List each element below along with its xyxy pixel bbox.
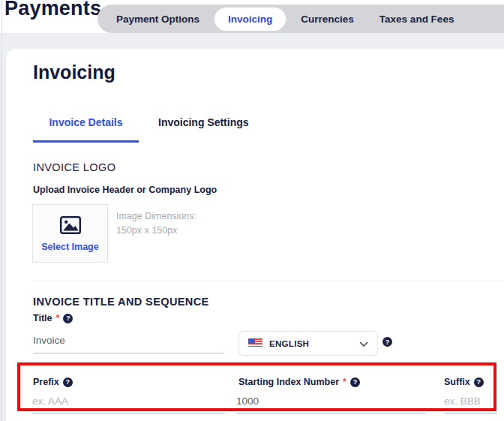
required-asterisk: * bbox=[343, 377, 346, 387]
header-tab-invoicing[interactable]: Invoicing bbox=[214, 8, 286, 31]
page-left-border bbox=[2, 0, 2, 421]
header-tab-currencies[interactable]: Currencies bbox=[288, 14, 367, 25]
starting-index-label-row: Starting Index Number * bbox=[238, 377, 360, 387]
help-icon[interactable] bbox=[350, 377, 360, 387]
title-field-label-row: Title * bbox=[33, 313, 73, 323]
prefix-input[interactable] bbox=[32, 394, 225, 413]
suffix-field-label: Suffix bbox=[444, 377, 470, 387]
language-select-value: ENGLISH bbox=[269, 339, 352, 348]
select-image-button[interactable]: Select Image bbox=[32, 204, 108, 263]
invoice-tabs: Invoice Details Invoicing Settings bbox=[33, 116, 249, 143]
section-title: Invoicing bbox=[33, 60, 116, 84]
image-dimensions-label: Image Dimensions: bbox=[116, 209, 196, 224]
language-select[interactable]: ENGLISH bbox=[238, 331, 378, 356]
tab-invoice-details[interactable]: Invoice Details bbox=[33, 116, 139, 143]
starting-index-label: Starting Index Number bbox=[238, 377, 339, 387]
section-divider bbox=[32, 281, 504, 281]
title-input[interactable] bbox=[33, 332, 224, 353]
us-flag-icon bbox=[248, 338, 262, 348]
image-icon bbox=[59, 215, 82, 238]
title-field-label: Title bbox=[33, 313, 52, 323]
page-title: Payments bbox=[4, 0, 101, 20]
title-sequence-heading: INVOICE TITLE AND SEQUENCE bbox=[33, 296, 209, 308]
select-image-label: Select Image bbox=[41, 242, 98, 252]
suffix-input[interactable] bbox=[444, 394, 497, 413]
suffix-field-label-row: Suffix bbox=[444, 377, 484, 387]
invoicing-card: Invoicing Invoice Details Invoicing Sett… bbox=[6, 49, 504, 421]
required-asterisk: * bbox=[56, 313, 59, 323]
prefix-field-label: Prefix bbox=[33, 377, 59, 387]
help-icon[interactable] bbox=[63, 377, 73, 387]
help-icon[interactable] bbox=[474, 377, 484, 387]
help-icon[interactable] bbox=[63, 314, 73, 323]
invoice-logo-heading: INVOICE LOGO bbox=[33, 161, 116, 173]
image-dimensions-text: Image Dimensions: 150px x 150px bbox=[116, 209, 196, 238]
image-dimensions-value: 150px x 150px bbox=[116, 224, 196, 238]
header-tabbar: Payment Options Invoicing Currencies Tax… bbox=[98, 5, 504, 33]
header-tab-taxes-and-fees[interactable]: Taxes and Fees bbox=[367, 14, 467, 25]
prefix-field-label-row: Prefix bbox=[33, 377, 73, 387]
help-icon[interactable] bbox=[382, 337, 392, 347]
upload-logo-subheading: Upload Invoice Header or Company Logo bbox=[33, 185, 217, 195]
starting-index-input[interactable] bbox=[236, 394, 426, 413]
chevron-down-icon bbox=[359, 337, 368, 350]
header-tab-payment-options[interactable]: Payment Options bbox=[104, 14, 212, 25]
tab-invoicing-settings[interactable]: Invoicing Settings bbox=[158, 116, 249, 143]
